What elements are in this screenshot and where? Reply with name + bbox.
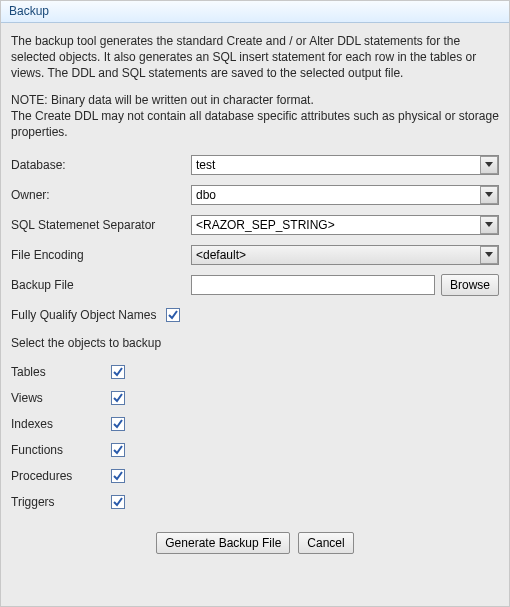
encoding-label: File Encoding — [11, 248, 191, 262]
row-owner: Owner: — [11, 184, 499, 206]
objects-heading: Select the objects to backup — [11, 336, 499, 350]
object-label: Tables — [11, 365, 111, 379]
titlebar: Backup — [1, 1, 509, 23]
owner-dropdown-button[interactable] — [480, 186, 498, 204]
svg-marker-0 — [485, 162, 493, 167]
object-label: Indexes — [11, 417, 111, 431]
check-icon — [168, 310, 178, 320]
owner-combo[interactable] — [191, 185, 499, 205]
separator-label: SQL Statemenet Separator — [11, 218, 191, 232]
object-row-views: Views — [11, 390, 499, 406]
triggers-checkbox[interactable] — [111, 495, 125, 509]
database-label: Database: — [11, 158, 191, 172]
object-label: Functions — [11, 443, 111, 457]
owner-input[interactable] — [191, 185, 499, 205]
svg-marker-1 — [485, 192, 493, 197]
functions-checkbox[interactable] — [111, 443, 125, 457]
description-text: The backup tool generates the standard C… — [11, 33, 499, 82]
indexes-checkbox[interactable] — [111, 417, 125, 431]
row-encoding: File Encoding — [11, 244, 499, 266]
object-row-functions: Functions — [11, 442, 499, 458]
check-icon — [113, 367, 123, 377]
browse-button[interactable]: Browse — [441, 274, 499, 296]
encoding-combo[interactable] — [191, 245, 499, 265]
chevron-down-icon — [485, 252, 493, 258]
check-icon — [113, 497, 123, 507]
procedures-checkbox[interactable] — [111, 469, 125, 483]
fqn-checkbox[interactable] — [166, 308, 180, 322]
chevron-down-icon — [485, 192, 493, 198]
encoding-dropdown-button[interactable] — [480, 246, 498, 264]
row-database: Database: — [11, 154, 499, 176]
owner-label: Owner: — [11, 188, 191, 202]
row-separator: SQL Statemenet Separator — [11, 214, 499, 236]
objects-list: Tables Views Indexes Functions Procedure… — [11, 364, 499, 510]
footer-buttons: Generate Backup File Cancel — [11, 520, 499, 570]
check-icon — [113, 393, 123, 403]
views-checkbox[interactable] — [111, 391, 125, 405]
svg-marker-3 — [485, 252, 493, 257]
svg-marker-2 — [485, 222, 493, 227]
separator-dropdown-button[interactable] — [480, 216, 498, 234]
check-icon — [113, 445, 123, 455]
encoding-input[interactable] — [191, 245, 499, 265]
generate-button[interactable]: Generate Backup File — [156, 532, 290, 554]
fqn-label: Fully Qualify Object Names — [11, 308, 166, 322]
database-dropdown-button[interactable] — [480, 156, 498, 174]
object-label: Views — [11, 391, 111, 405]
chevron-down-icon — [485, 222, 493, 228]
chevron-down-icon — [485, 162, 493, 168]
row-backup-file: Backup File Browse — [11, 274, 499, 296]
note-text: NOTE: Binary data will be written out in… — [11, 92, 499, 141]
tables-checkbox[interactable] — [111, 365, 125, 379]
backupfile-input[interactable] — [191, 275, 435, 295]
check-icon — [113, 471, 123, 481]
backup-dialog: Backup The backup tool generates the sta… — [0, 0, 510, 607]
cancel-button[interactable]: Cancel — [298, 532, 353, 554]
backupfile-label: Backup File — [11, 278, 191, 292]
object-label: Triggers — [11, 495, 111, 509]
object-row-indexes: Indexes — [11, 416, 499, 432]
window-title: Backup — [9, 4, 49, 18]
object-row-tables: Tables — [11, 364, 499, 380]
row-fqn: Fully Qualify Object Names — [11, 304, 499, 326]
separator-input[interactable] — [191, 215, 499, 235]
database-combo[interactable] — [191, 155, 499, 175]
content-area: The backup tool generates the standard C… — [1, 23, 509, 606]
database-input[interactable] — [191, 155, 499, 175]
object-row-procedures: Procedures — [11, 468, 499, 484]
object-label: Procedures — [11, 469, 111, 483]
check-icon — [113, 419, 123, 429]
separator-combo[interactable] — [191, 215, 499, 235]
object-row-triggers: Triggers — [11, 494, 499, 510]
